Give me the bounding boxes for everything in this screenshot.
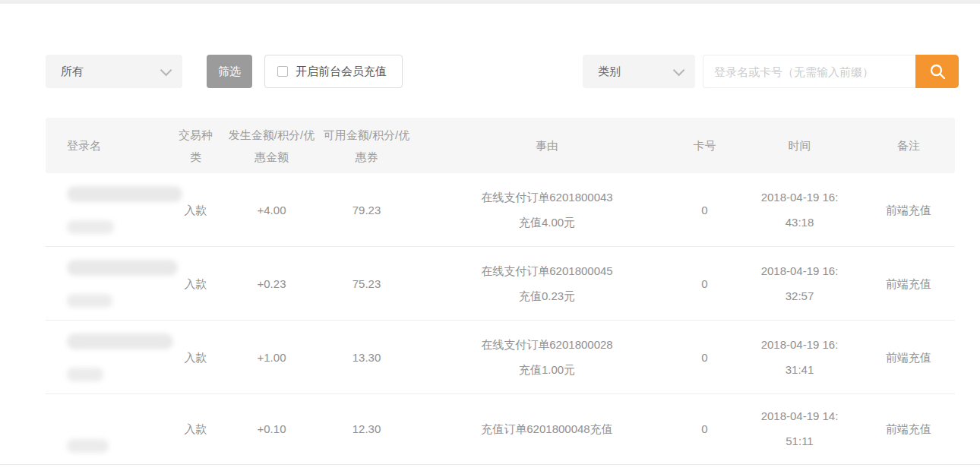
cell-reason: 在线支付订单6201800028 充值1.00元 [422, 321, 672, 393]
header-cell-card: 卡号 [672, 118, 737, 173]
cell-reason: 在线支付订单6201800045 充值0.23元 [422, 247, 672, 320]
cell-amount: +0.10 [232, 394, 311, 463]
cell-login-redacted [46, 394, 160, 463]
reason-line1: 在线支付订单6201800028 [481, 332, 612, 357]
time-line1: 2018-04-19 16: [761, 185, 839, 210]
redacted-login-blur [67, 368, 103, 381]
table-row: 入款 +4.00 79.23 在线支付订单6201800043 充值4.00元 … [46, 173, 955, 247]
chevron-down-icon [673, 64, 685, 76]
header-cell-available: 可用金额/积分/优惠券 [311, 118, 422, 173]
cell-note: 前端充值 [862, 173, 955, 246]
cell-type: 入款 [160, 173, 232, 246]
header-cell-type: 交易种类 [160, 118, 232, 173]
header-cell-type-label: 交易种类 [177, 124, 215, 168]
search-group [703, 55, 959, 88]
cell-available: 13.30 [311, 321, 422, 393]
filter-button[interactable]: 筛选 [207, 55, 252, 88]
time-line1: 2018-04-19 14: [761, 403, 839, 428]
redacted-login-blur [67, 260, 178, 276]
cell-login-redacted [46, 247, 160, 320]
header-cell-amount: 发生金额/积分/优惠金额 [232, 118, 311, 173]
cell-available: 79.23 [311, 173, 422, 246]
table-row: 入款 +0.10 12.30 充值订单6201800048充值 0 2018-0… [46, 394, 955, 463]
cell-amount: +1.00 [232, 321, 311, 393]
time-line1: 2018-04-19 16: [761, 332, 839, 357]
reason-line2: 充值1.00元 [519, 357, 575, 382]
cell-reason: 在线支付订单6201800043 充值4.00元 [422, 173, 672, 246]
time-line2: 51:11 [786, 428, 813, 453]
scope-select[interactable]: 所有 [46, 55, 182, 88]
time-line2: 43:18 [786, 210, 814, 235]
cell-card: 0 [672, 394, 737, 463]
checkbox-label: 开启前台会员充值 [296, 65, 387, 79]
header-cell-available-label: 可用金额/积分/优惠券 [321, 124, 413, 168]
chevron-down-icon [160, 64, 172, 76]
reason-line1: 在线支付订单6201800043 [481, 185, 612, 210]
search-button[interactable] [915, 55, 959, 88]
redacted-login-blur [67, 220, 114, 234]
time-line1: 2018-04-19 16: [761, 258, 839, 283]
redacted-login-blur [67, 294, 112, 308]
redacted-login-blur [67, 333, 173, 349]
transactions-table: 登录名 交易种类 发生金额/积分/优惠金额 可用金额/积分/优惠券 事由 卡号 … [46, 118, 955, 463]
cell-available: 75.23 [311, 247, 422, 320]
bottom-divider [0, 464, 980, 465]
cell-amount: +4.00 [232, 173, 311, 246]
header-cell-reason: 事由 [422, 118, 672, 173]
redacted-login-blur [67, 439, 109, 453]
cell-available: 12.30 [311, 394, 422, 463]
search-input[interactable] [703, 55, 915, 88]
cell-login-redacted [46, 173, 160, 246]
header-cell-time: 时间 [737, 118, 862, 173]
time-line2: 32:57 [786, 283, 814, 308]
table-row: 入款 +1.00 13.30 在线支付订单6201800028 充值1.00元 … [46, 321, 955, 394]
category-select-value: 类别 [598, 65, 621, 79]
cell-type: 入款 [160, 321, 232, 393]
reason-line2: 充值0.23元 [519, 283, 575, 308]
cell-reason: 充值订单6201800048充值 [422, 394, 672, 463]
cell-card: 0 [672, 247, 737, 320]
cell-card: 0 [672, 173, 737, 246]
cell-note: 前端充值 [862, 247, 955, 320]
redacted-login-blur [67, 186, 182, 202]
cell-time: 2018-04-19 14: 51:11 [737, 394, 862, 463]
table-header-row: 登录名 交易种类 发生金额/积分/优惠金额 可用金额/积分/优惠券 事由 卡号 … [46, 118, 955, 173]
search-icon [928, 62, 947, 81]
cell-note: 前端充值 [862, 394, 955, 463]
table-row: 入款 +0.23 75.23 在线支付订单6201800045 充值0.23元 … [46, 247, 955, 321]
front-recharge-checkbox[interactable]: 开启前台会员充值 [264, 55, 403, 88]
time-line2: 31:41 [786, 357, 814, 382]
cell-card: 0 [672, 321, 737, 393]
cell-note: 前端充值 [862, 321, 955, 393]
category-select[interactable]: 类别 [583, 55, 695, 88]
cell-amount: +0.23 [232, 247, 311, 320]
header-cell-amount-label: 发生金额/积分/优惠金额 [226, 124, 318, 168]
cell-time: 2018-04-19 16: 32:57 [737, 247, 862, 320]
cell-time: 2018-04-19 16: 43:18 [737, 173, 862, 246]
reason-line1: 充值订单6201800048充值 [481, 416, 612, 441]
header-cell-login: 登录名 [46, 118, 160, 173]
scope-select-value: 所有 [61, 65, 84, 79]
reason-line2: 充值4.00元 [519, 210, 575, 235]
cell-time: 2018-04-19 16: 31:41 [737, 321, 862, 393]
toolbar: 所有 筛选 开启前台会员充值 类别 [46, 55, 959, 88]
cell-login-redacted [46, 321, 160, 393]
reason-line1: 在线支付订单6201800045 [481, 258, 612, 283]
cell-type: 入款 [160, 247, 232, 320]
checkbox-icon[interactable] [277, 66, 288, 77]
top-divider-strip [0, 0, 980, 4]
cell-type: 入款 [160, 394, 232, 463]
header-cell-note: 备注 [862, 118, 955, 173]
